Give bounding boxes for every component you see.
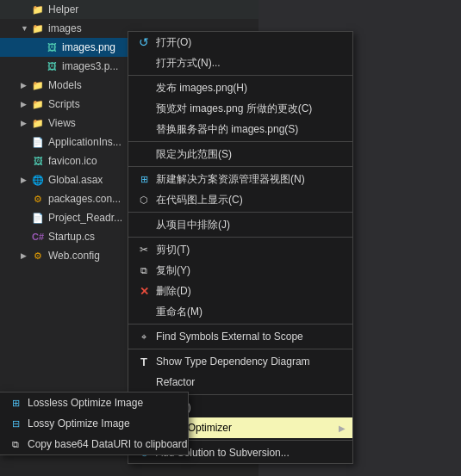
image-file-icon: 🖼 <box>45 59 59 73</box>
folder-icon: 📁 <box>31 97 45 111</box>
menu-item-label: Find Symbols External to Scope <box>156 331 303 343</box>
open-arrow-icon: ↺ <box>135 35 153 49</box>
tree-item-label: images3.p... <box>62 60 118 72</box>
menu-separator <box>128 166 352 167</box>
menu-item-new-solution-view[interactable]: ⊞ 新建解决方案资源管理器视图(N) <box>128 169 352 189</box>
type-dep-icon: T <box>135 355 153 368</box>
submenu-arrow-icon: ▶ <box>339 423 346 433</box>
menu-separator <box>128 237 352 238</box>
menu-item-label: 删除(D) <box>156 284 191 299</box>
menu-item-label: 在代码图上显示(C) <box>156 193 243 207</box>
menu-separator <box>128 141 352 142</box>
sub-menu-item-label: Lossy Optimize Image <box>28 417 130 430</box>
folder-icon: 📁 <box>31 116 45 130</box>
tree-arrow: ▶ <box>21 119 31 127</box>
menu-item-label: 从项目中排除(J) <box>156 218 230 232</box>
menu-item-open[interactable]: ↺ 打开(O) <box>128 32 352 53</box>
menu-item-preview[interactable]: 预览对 images.png 所做的更改(C) <box>128 98 352 119</box>
tree-item-label: Startup.cs <box>48 231 95 243</box>
code-map-icon: ⬡ <box>135 195 153 206</box>
base64-icon: ⧉ <box>7 439 24 450</box>
menu-item-label: 替换服务器中的 images.png(S) <box>156 122 298 137</box>
menu-item-label: 打开(O) <box>156 35 191 50</box>
menu-item-replace[interactable]: 替换服务器中的 images.png(S) <box>128 119 352 139</box>
menu-separator <box>128 75 352 76</box>
solution-icon: ⊞ <box>135 174 153 185</box>
tree-item-label: images.png <box>62 41 115 53</box>
menu-item-scope[interactable]: 限定为此范围(S) <box>128 144 352 164</box>
tree-item-label: Scripts <box>48 98 80 110</box>
menu-item-code-map[interactable]: ⬡ 在代码图上显示(C) <box>128 189 352 210</box>
sub-menu-item-label: Lossless Optimize Image <box>28 397 143 409</box>
config-icon: ⚙ <box>31 192 45 206</box>
tree-item-label: Views <box>48 117 76 129</box>
sub-menu-item-label: Copy base64 DataURI to clipboard <box>28 438 187 450</box>
lossless-icon: ⊞ <box>7 398 24 409</box>
menu-item-publish[interactable]: 发布 images.png(H) <box>128 77 352 98</box>
menu-separator <box>128 324 352 325</box>
menu-item-rename[interactable]: 重命名(M) <box>128 301 352 322</box>
tree-item-label: Helper <box>48 3 78 15</box>
menu-item-delete[interactable]: ✕ 删除(D) <box>128 281 352 301</box>
folder-icon: 📁 <box>31 22 45 35</box>
file-icon: 📄 <box>31 135 45 149</box>
tree-arrow: ▶ <box>21 100 31 108</box>
folder-icon: 📁 <box>31 3 45 16</box>
tree-item-label: packages.con... <box>48 193 121 205</box>
menu-item-type-dependency[interactable]: T Show Type Dependency Diagram <box>128 351 352 372</box>
sub-menu-item-base64[interactable]: ⧉ Copy base64 DataURI to clipboard <box>0 434 188 454</box>
menu-item-find-symbols[interactable]: ⌖ Find Symbols External to Scope <box>128 326 352 347</box>
tree-item-label: favicon.ico <box>48 155 97 167</box>
global-icon: 🌐 <box>31 173 45 187</box>
menu-item-refactor[interactable]: Refactor <box>128 372 352 393</box>
tree-arrow: ▼ <box>21 24 31 33</box>
menu-separator <box>128 349 352 349</box>
favicon-icon: 🖼 <box>31 154 45 168</box>
menu-item-open-with[interactable]: 打开方式(N)... <box>128 53 352 73</box>
tree-arrow: ▶ <box>21 251 31 260</box>
tree-item-label: images <box>48 22 82 34</box>
menu-item-label: 预览对 images.png 所做的更改(C) <box>156 102 312 116</box>
tree-item-label: Global.asax <box>48 174 103 186</box>
sub-context-menu-image-optimizer: ⊞ Lossless Optimize Image ⊟ Lossy Optimi… <box>0 392 189 455</box>
menu-item-label: 新建解决方案资源管理器视图(N) <box>156 172 305 187</box>
tree-item-label: Models <box>48 79 82 91</box>
tree-item-helper[interactable]: 📁 Helper <box>0 0 259 19</box>
menu-item-label: 打开方式(N)... <box>156 56 221 71</box>
menu-item-label: 发布 images.png(H) <box>156 81 247 96</box>
menu-item-label: 限定为此范围(S) <box>156 147 232 162</box>
menu-item-cut[interactable]: ✂ 剪切(T) <box>128 239 352 260</box>
menu-item-label: 重命名(M) <box>156 305 202 319</box>
menu-item-label: Show Type Dependency Diagram <box>156 355 310 368</box>
config-icon: ⚙ <box>31 249 45 263</box>
menu-item-label: 复制(Y) <box>156 263 190 278</box>
menu-item-label: 剪切(T) <box>156 243 190 257</box>
image-file-icon: 🖼 <box>45 40 59 54</box>
delete-icon: ✕ <box>135 285 153 298</box>
find-icon: ⌖ <box>135 331 153 343</box>
tree-item-label: Web.config <box>48 250 100 262</box>
sub-menu-item-lossless[interactable]: ⊞ Lossless Optimize Image <box>0 393 188 413</box>
cs-icon: C# <box>31 230 45 244</box>
folder-icon: 📁 <box>31 78 45 92</box>
file-icon: 📄 <box>31 211 45 225</box>
menu-item-exclude[interactable]: 从项目中排除(J) <box>128 214 352 235</box>
menu-item-label: Refactor <box>156 376 195 388</box>
scissors-icon: ✂ <box>135 244 153 256</box>
tree-item-label: Project_Readr... <box>48 212 122 224</box>
tree-arrow: ▶ <box>21 81 31 90</box>
menu-item-copy[interactable]: ⧉ 复制(Y) <box>128 260 352 281</box>
sub-menu-item-lossy[interactable]: ⊟ Lossy Optimize Image <box>0 413 188 434</box>
menu-separator <box>128 212 352 213</box>
lossy-icon: ⊟ <box>7 418 24 430</box>
tree-item-label: ApplicationIns... <box>48 136 121 148</box>
tree-arrow: ▶ <box>21 176 31 184</box>
copy-icon: ⧉ <box>135 265 153 276</box>
